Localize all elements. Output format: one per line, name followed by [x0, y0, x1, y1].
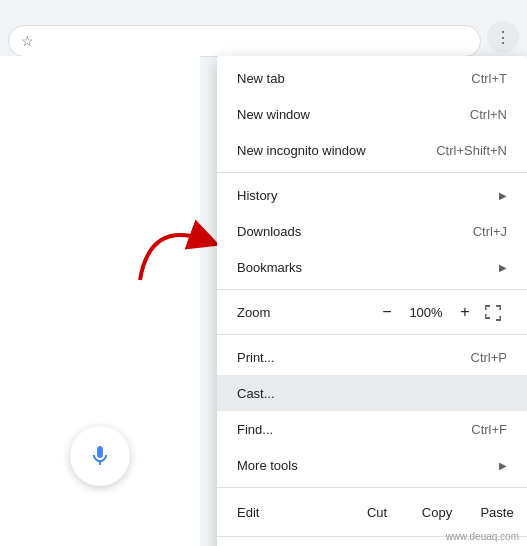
zoom-in-button[interactable]: +: [451, 298, 479, 326]
menu-item-new-tab[interactable]: New tab Ctrl+T: [217, 60, 527, 96]
divider-2: [217, 289, 527, 290]
new-tab-shortcut: Ctrl+T: [471, 71, 507, 86]
find-label: Find...: [237, 422, 273, 437]
dots-icon: ⋮: [495, 28, 512, 47]
copy-button[interactable]: Copy: [407, 501, 467, 524]
zoom-value: 100%: [401, 305, 451, 320]
left-content-area: [0, 56, 200, 546]
fullscreen-icon: [484, 303, 502, 321]
downloads-label: Downloads: [237, 224, 301, 239]
cut-button[interactable]: Cut: [347, 501, 407, 524]
zoom-row: Zoom − 100% +: [217, 294, 527, 330]
print-shortcut: Ctrl+P: [471, 350, 507, 365]
find-shortcut: Ctrl+F: [471, 422, 507, 437]
browser-bar: ☆ ⋮: [0, 0, 527, 56]
edit-label: Edit: [217, 505, 347, 520]
menu-item-print[interactable]: Print... Ctrl+P: [217, 339, 527, 375]
chrome-menu-button[interactable]: ⋮: [487, 21, 519, 53]
new-window-label: New window: [237, 107, 310, 122]
menu-item-bookmarks[interactable]: Bookmarks ▶: [217, 249, 527, 285]
cast-label: Cast...: [237, 386, 275, 401]
divider-4: [217, 487, 527, 488]
watermark: www.deuaq.com: [446, 531, 519, 542]
bookmarks-label: Bookmarks: [237, 260, 302, 275]
divider-3: [217, 334, 527, 335]
paste-button[interactable]: Paste: [467, 501, 527, 524]
edit-row: Edit Cut Copy Paste: [217, 492, 527, 532]
bookmark-icon[interactable]: ☆: [21, 33, 34, 49]
new-tab-label: New tab: [237, 71, 285, 86]
new-incognito-shortcut: Ctrl+Shift+N: [436, 143, 507, 158]
print-label: Print...: [237, 350, 275, 365]
menu-item-more-tools[interactable]: More tools ▶: [217, 447, 527, 483]
downloads-shortcut: Ctrl+J: [473, 224, 507, 239]
menu-item-downloads[interactable]: Downloads Ctrl+J: [217, 213, 527, 249]
address-bar[interactable]: ☆: [8, 25, 481, 57]
menu-item-cast[interactable]: Cast...: [217, 375, 527, 411]
new-incognito-label: New incognito window: [237, 143, 366, 158]
more-tools-label: More tools: [237, 458, 298, 473]
bookmarks-arrow-icon: ▶: [499, 262, 507, 273]
chrome-dropdown-menu: New tab Ctrl+T New window Ctrl+N New inc…: [217, 56, 527, 546]
zoom-label: Zoom: [237, 305, 373, 320]
menu-item-new-window[interactable]: New window Ctrl+N: [217, 96, 527, 132]
microphone-button[interactable]: [70, 426, 130, 486]
microphone-icon: [88, 444, 112, 468]
fullscreen-button[interactable]: [479, 298, 507, 326]
new-window-shortcut: Ctrl+N: [470, 107, 507, 122]
zoom-out-button[interactable]: −: [373, 298, 401, 326]
menu-item-history[interactable]: History ▶: [217, 177, 527, 213]
divider-1: [217, 172, 527, 173]
menu-item-new-incognito[interactable]: New incognito window Ctrl+Shift+N: [217, 132, 527, 168]
history-label: History: [237, 188, 277, 203]
menu-item-find[interactable]: Find... Ctrl+F: [217, 411, 527, 447]
history-arrow-icon: ▶: [499, 190, 507, 201]
more-tools-arrow-icon: ▶: [499, 460, 507, 471]
